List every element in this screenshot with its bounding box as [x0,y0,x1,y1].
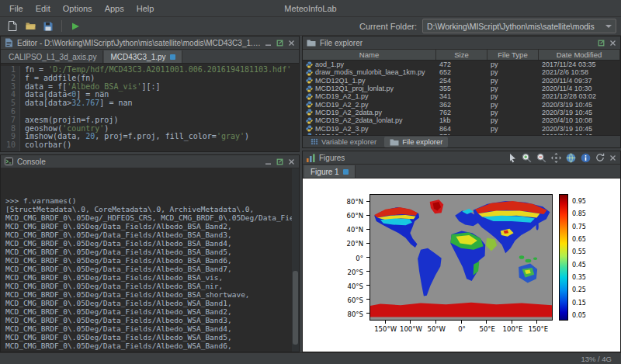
console-output-line: MCD_CMG_BRDF_0\.05Deg/Data_Fields/Albedo… [5,282,290,290]
zoom-out-icon[interactable] [536,153,546,163]
y-axis-tick-label: 60°N [347,212,363,220]
left-column: Editor - D:\Working\MIScript\Jython\mis\… [0,36,300,352]
python-file-icon [306,85,313,92]
editor-code[interactable]: fn = 'D:/Temp/hdf/MCD43C3.A2011001.006.2… [20,66,299,151]
menu-help[interactable]: Help [130,2,161,15]
code-line-10[interactable]: colorbar() [25,141,299,150]
figure-canvas[interactable]: 80°N60°N40°N20°N0°20°S40°S60°S80°S 150°W… [303,179,620,352]
close-tab-icon[interactable] [170,54,175,60]
console-output-line: MCD_CMG_BRDF_0\.05Deg/Data_Fields/Albedo… [5,273,290,282]
python-file-icon [306,93,313,100]
editor-code-area[interactable]: 12345678910 fn = 'D:/Temp/hdf/MCD43C3.A2… [1,64,299,151]
close-icon[interactable] [288,40,295,47]
y-axis-labels: 80°N60°N40°N20°N0°20°S40°S60°S80°S [303,195,366,321]
file-row[interactable]: MCD19_A2_2data.py762py2020/3/19 10:45 [303,109,620,116]
file-name: MCD19_A2_2.py [315,101,369,109]
console-output-line: MCD_CMG_BRDF_0\.05Deg/Data_Fields/Albedo… [5,256,290,265]
file-row[interactable]: MCD19_A2_2data_lonlat.py1kbpy2020/4/10 1… [303,116,620,124]
zoom-in-icon[interactable] [522,153,532,163]
colorbar-tick-label: 0.65 [572,236,586,243]
float-icon[interactable] [276,158,283,165]
editor-tab-2[interactable]: MCD43C3_1.py [104,50,182,63]
file-explorer-controls [598,40,616,47]
tab-variable-explorer[interactable]: Variable explorer [305,137,382,147]
run-script-icon[interactable] [68,19,83,34]
colorbar-tick-label: 0.35 [572,273,586,280]
menu-apps[interactable]: Apps [99,2,130,15]
editor-panel: Editor - D:\Working\MIScript\Jython\mis\… [0,36,300,152]
column-header-name[interactable]: Name [303,50,436,60]
tab-label: MCD43C3_1.py [110,53,165,61]
file-row[interactable]: MCD12Q1_1.py254py2020/11/4 09:37 [303,77,620,85]
console-input-line: >>> f.varnames() [5,196,290,205]
y-axis-tick-label: 60°S [348,296,363,304]
x-axis-tick-label: 50°W [427,325,445,333]
chart-icon [307,154,315,162]
full-extent-icon[interactable] [566,153,576,163]
tab-file-explorer[interactable]: File explorer [384,137,448,147]
console-icon [5,158,13,165]
figure-tab-1[interactable]: Figure 1 [304,165,356,178]
file-row[interactable]: MCD19_A2_3.py864py2020/3/19 10:45 [303,124,620,132]
close-icon[interactable] [609,154,616,161]
colorbar-tick-label: 0.85 [572,210,586,217]
menu-file[interactable]: File [3,2,29,15]
scrollbar-thumb[interactable] [293,271,298,344]
close-tab-icon[interactable] [343,169,349,175]
pan-icon[interactable] [551,153,561,163]
new-file-icon[interactable] [5,19,20,34]
x-axis-tick-label: 50°E [480,325,495,333]
column-header-date-modified[interactable]: Date Modified [539,50,620,60]
python-file-icon [306,125,313,132]
file-row[interactable]: aod_1.py472py2017/11/24 03:35 [303,61,620,68]
float-icon[interactable] [598,40,605,47]
colorbar-tick-label: 0.95 [572,198,586,205]
y-axis-tick-label: 80°N [347,198,363,206]
console-panel-header: Console [1,155,299,168]
tab-label: Figure 1 [310,168,339,176]
editor-tabs: CALIPSO_L1_3d_axis.pyMCD43C3_1.py [1,50,299,64]
file-row[interactable]: MCD19_A2_1.py341py2021/12/28 03:02 [303,92,620,100]
y-axis-tick-label: 20°S [348,269,363,276]
y-axis-tick-label: 20°N [347,240,363,248]
explorer-tabs: Variable explorerFile explorer [303,135,620,147]
select-arrow-icon[interactable] [508,153,517,163]
open-file-icon[interactable] [23,19,38,34]
figure-toolbar [508,153,616,163]
console-output-line: [StructMetadata\.0, CoreMetadata\.0, Arc… [5,205,290,213]
editor-tab-1[interactable]: CALIPSO_L1_3d_axis.py [2,50,103,63]
column-header-size[interactable]: Size [436,50,487,60]
file-name: MCD19_A2_1.py [315,92,369,100]
refresh-icon[interactable] [595,153,605,162]
tab-label: CALIPSO_L1_3d_axis.py [9,53,96,61]
console-output[interactable]: >>> f.varnames()[StructMetadata\.0, Core… [1,168,299,352]
memory-usage: 13% / 4G [581,355,612,363]
python-file-icon [306,117,313,124]
minimize-icon[interactable] [265,40,272,47]
menu-options[interactable]: Options [57,2,99,15]
figure-tabs: Figure 1 [303,165,620,179]
editor-gutter: 12345678910 [1,66,20,151]
menu-edit[interactable]: Edit [29,2,57,15]
float-icon[interactable] [276,40,283,47]
tab-label: File explorer [402,137,442,146]
folder-icon [307,39,316,47]
map-plot[interactable] [369,194,553,321]
identify-icon[interactable] [581,153,591,163]
close-icon[interactable] [609,40,616,47]
save-icon[interactable] [40,19,56,34]
close-icon[interactable] [288,158,295,165]
current-folder-combobox[interactable]: D:\Working\MIScript\Jython\mis\satellite… [422,19,616,33]
minimize-icon[interactable] [265,158,272,165]
code-line-5[interactable]: data[data>32.767] = nan [25,99,299,108]
console-output-line: MCD_CMG_BRDF_0\.05Deg/Data_Fields/Albedo… [5,239,290,248]
dropdown-arrow-icon[interactable] [605,25,612,28]
file-row[interactable]: MCD19_A2_2.py362py2020/3/19 10:45 [303,100,620,108]
column-header-file-type[interactable]: File Type [487,50,539,60]
console-scrollbar[interactable] [292,168,299,352]
file-row[interactable]: draw_modis_mulorbit_laea_1km.py652py2021… [303,68,620,76]
file-row[interactable]: MCD12Q1_proj_lonlat.py355py2020/11/4 10:… [303,85,620,92]
x-axis-tick-label: 100°W [400,325,422,333]
console-output-line: MCD_CMG_BRDF_0\.05Deg/_HDFEOS_CRS, MCD_C… [5,213,290,222]
colorbar-tick-label: 0.15 [572,299,586,306]
